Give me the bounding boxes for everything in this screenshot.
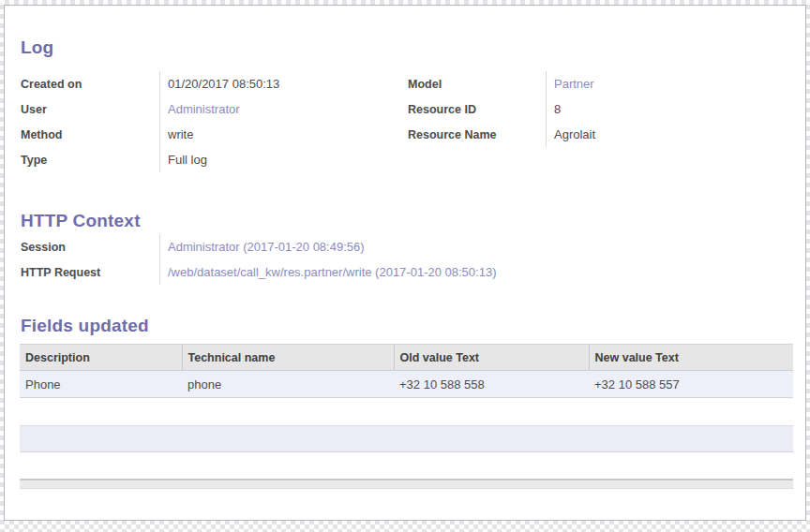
field-label: Method bbox=[21, 122, 159, 147]
resource-id-value: 8 bbox=[554, 102, 561, 116]
section-title-fields-updated: Fields updated bbox=[21, 316, 149, 336]
column-header-new-value[interactable]: New value Text bbox=[589, 345, 793, 371]
field-row-http-request: HTTP Request /web/dataset/call_kw/res.pa… bbox=[21, 259, 677, 285]
field-label: Resource Name bbox=[408, 122, 546, 147]
field-row-session: Session Administrator (2017-01-20 08:49:… bbox=[21, 234, 677, 259]
type-value: Full log bbox=[168, 153, 207, 167]
table-header-row: Description Technical name Old value Tex… bbox=[20, 345, 793, 371]
field-row-resource-name: Resource Name Agrolait bbox=[408, 122, 790, 147]
section-title-http-context: HTTP Context bbox=[21, 211, 141, 231]
field-row-method: Method write bbox=[21, 122, 398, 147]
field-label: HTTP Request bbox=[21, 259, 159, 285]
field-row-created-on: Created on 01/20/2017 08:50:13 bbox=[21, 71, 398, 96]
field-row-user: User Administrator bbox=[21, 96, 398, 122]
field-row-resource-id: Resource ID 8 bbox=[408, 96, 790, 122]
created-on-value: 01/20/2017 08:50:13 bbox=[168, 77, 279, 91]
empty-list-row bbox=[20, 425, 793, 452]
field-label: Session bbox=[21, 234, 159, 259]
column-header-technical-name[interactable]: Technical name bbox=[182, 345, 394, 371]
field-row-type: Type Full log bbox=[21, 147, 398, 172]
cell-new-value: +32 10 588 557 bbox=[589, 371, 793, 398]
model-link[interactable]: Partner bbox=[554, 77, 594, 91]
horizontal-scrollbar[interactable] bbox=[20, 479, 793, 489]
http-context-fields: Session Administrator (2017-01-20 08:49:… bbox=[21, 234, 677, 285]
log-detail-panel: Log Created on 01/20/2017 08:50:13 User … bbox=[4, 5, 806, 521]
field-label: User bbox=[21, 96, 159, 122]
cell-description: Phone bbox=[20, 371, 182, 398]
http-request-link[interactable]: /web/dataset/call_kw/res.partner/write (… bbox=[168, 265, 496, 279]
field-label: Created on bbox=[21, 71, 159, 96]
cell-technical-name: phone bbox=[182, 371, 394, 398]
fields-updated-table: Description Technical name Old value Tex… bbox=[20, 344, 793, 398]
log-fields-right-column: Model Partner Resource ID 8 Resource Nam… bbox=[408, 71, 790, 147]
log-fields-left-column: Created on 01/20/2017 08:50:13 User Admi… bbox=[21, 71, 398, 172]
page-background: { "log": { "title": "Log", "fields_left"… bbox=[0, 0, 810, 532]
field-label: Type bbox=[21, 147, 159, 172]
table-row[interactable]: Phone phone +32 10 588 558 +32 10 588 55… bbox=[20, 371, 793, 398]
column-header-description[interactable]: Description bbox=[20, 345, 182, 371]
cell-old-value: +32 10 588 558 bbox=[394, 371, 589, 398]
field-row-model: Model Partner bbox=[408, 71, 790, 96]
user-link[interactable]: Administrator bbox=[168, 102, 240, 116]
resource-name-value: Agrolait bbox=[554, 127, 595, 141]
field-label: Model bbox=[408, 71, 546, 96]
field-label: Resource ID bbox=[408, 96, 546, 122]
session-link[interactable]: Administrator (2017-01-20 08:49:56) bbox=[168, 240, 365, 254]
column-header-old-value[interactable]: Old value Text bbox=[394, 345, 589, 371]
method-value: write bbox=[168, 127, 193, 141]
section-title-log: Log bbox=[21, 37, 53, 58]
